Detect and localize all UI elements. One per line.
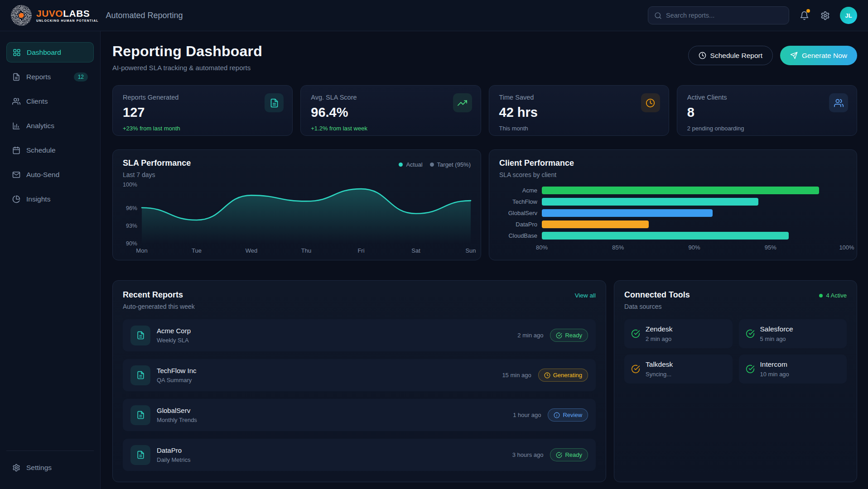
report-row-globalserv[interactable]: GlobalServMonthly Trends 1 hour ago Revi… <box>123 399 596 431</box>
sidebar-item-label: Insights <box>26 195 50 203</box>
file-icon <box>130 405 150 425</box>
sidebar-item-reports[interactable]: Reports 12 <box>6 67 94 87</box>
file-icon <box>12 73 20 81</box>
sidebar-item-settings[interactable]: Settings <box>6 457 94 478</box>
sidebar-item-label: Dashboard <box>27 48 61 57</box>
sidebar: Dashboard Reports 12 Clients Analytics S… <box>0 31 101 489</box>
stats-row: Reports Generated 127 +23% from last mon… <box>112 85 857 136</box>
report-time: 15 min ago <box>502 372 531 379</box>
trending-up-icon <box>453 93 472 112</box>
x-tick-label: Sat <box>411 247 420 254</box>
sidebar-item-clients[interactable]: Clients <box>6 91 94 111</box>
x-tick-label: Thu <box>301 247 311 254</box>
starburst-logo-icon <box>11 5 32 26</box>
bar-cloudbase <box>542 232 789 240</box>
x-tick-label: Tue <box>192 247 202 254</box>
reports-count-badge: 12 <box>74 72 88 82</box>
client-chart-subtitle: SLA scores by client <box>499 171 574 178</box>
brand-tagline: UNLOCKING HUMAN POTENTIAL <box>36 19 99 23</box>
page-subtitle: AI-powered SLA tracking & automated repo… <box>112 64 262 72</box>
users-icon <box>829 93 848 112</box>
check-circle-icon <box>746 364 755 374</box>
check-circle-icon <box>746 329 755 338</box>
clock-icon <box>641 93 660 112</box>
connected-tools-card: Connected Tools Data sources 4 Active Ze… <box>614 280 857 482</box>
send-icon <box>790 52 798 59</box>
page-title: Reporting Dashboard <box>112 43 262 60</box>
client-bars: Acme TechFlow GlobalServ DataPro CloudBa… <box>499 187 847 240</box>
status-badge-generating: Generating <box>538 369 588 382</box>
calendar-icon <box>12 146 20 154</box>
stat-card-time-saved: Time Saved 42 hrs This month <box>489 85 669 136</box>
stat-delta: +23% from last month <box>123 125 282 132</box>
sidebar-item-analytics[interactable]: Analytics <box>6 115 94 136</box>
sidebar-item-dashboard[interactable]: Dashboard <box>6 42 94 62</box>
search-input[interactable] <box>666 12 783 19</box>
clock-icon <box>699 52 706 59</box>
notifications-button[interactable] <box>798 10 810 21</box>
x-tick-label: Fri <box>357 247 364 254</box>
bar-acme <box>542 187 819 194</box>
bar-globalserv <box>542 209 713 217</box>
stat-label: Active Clients <box>687 94 847 101</box>
user-avatar[interactable]: JL <box>840 7 857 24</box>
sla-performance-card: SLA Performance Last 7 days Actual Targe… <box>112 149 481 260</box>
check-circle-icon <box>631 329 640 338</box>
connected-tools-subtitle: Data sources <box>624 303 690 310</box>
sla-chart-subtitle: Last 7 days <box>123 171 191 178</box>
recent-reports-title: Recent Reports <box>123 290 195 300</box>
mail-icon <box>12 171 20 179</box>
x-tick-label: 80% <box>536 244 548 251</box>
status-badge-review[interactable]: Review <box>548 408 588 422</box>
sla-chart-legend: Actual Target (95%) <box>399 161 471 168</box>
x-tick-label: 100% <box>839 244 854 251</box>
stat-value: 96.4% <box>311 105 470 120</box>
tool-tile-intercom: Intercom10 min ago <box>739 355 847 384</box>
pie-chart-icon <box>12 195 20 203</box>
main-content: Reporting Dashboard AI-powered SLA track… <box>101 31 868 489</box>
bar-row-techflow: TechFlow <box>499 198 847 206</box>
schedule-report-button[interactable]: Schedule Report <box>688 46 773 65</box>
connected-tools-title: Connected Tools <box>624 290 690 300</box>
stat-note: This month <box>499 125 659 132</box>
tool-tile-zendesk: Zendesk2 min ago <box>624 319 732 348</box>
file-icon <box>265 93 284 112</box>
sidebar-item-label: Clients <box>26 97 48 105</box>
x-tick-label: 90% <box>688 244 700 251</box>
search-box[interactable] <box>648 6 789 24</box>
sidebar-item-label: Settings <box>26 464 52 472</box>
file-icon <box>130 445 150 465</box>
legend-dot-target <box>430 163 434 167</box>
sidebar-item-auto-send[interactable]: Auto-Send <box>6 164 94 185</box>
stat-note: 2 pending onboarding <box>687 125 847 132</box>
status-badge-ready: Ready <box>550 329 588 342</box>
file-icon <box>130 365 150 385</box>
green-dot-icon <box>819 294 823 297</box>
view-all-link[interactable]: View all <box>575 292 596 299</box>
stat-card-reports-generated: Reports Generated 127 +23% from last mon… <box>112 85 293 136</box>
stat-card-avg-sla-score: Avg. SLA Score 96.4% +1.2% from last wee… <box>300 85 481 136</box>
y-tick-label: 93% <box>126 223 137 229</box>
generate-now-button[interactable]: Generate Now <box>780 46 857 65</box>
report-row-acme-corp[interactable]: Acme CorpWeekly SLA 2 min ago Ready <box>123 319 596 351</box>
brand-name-primary: Juvo <box>36 9 63 18</box>
sla-x-axis: MonTueWedThuFriSatSun <box>142 247 471 257</box>
status-badge-ready: Ready <box>550 448 588 461</box>
report-time: 3 hours ago <box>512 451 544 458</box>
stat-label: Time Saved <box>499 94 659 101</box>
report-row-datapro[interactable]: DataProDaily Metrics 3 hours ago Ready <box>123 439 596 471</box>
stat-value: 42 hrs <box>499 105 659 120</box>
gear-icon <box>12 464 20 472</box>
report-row-techflow-inc[interactable]: TechFlow IncQA Summary 15 min ago Genera… <box>123 359 596 391</box>
x-tick-label: 85% <box>612 244 624 251</box>
stat-value: 127 <box>123 105 282 120</box>
sidebar-item-label: Analytics <box>26 122 54 130</box>
bar-row-globalserv: GlobalServ <box>499 209 847 217</box>
sidebar-item-schedule[interactable]: Schedule <box>6 140 94 160</box>
settings-button[interactable] <box>819 10 831 21</box>
bar-chart-icon <box>12 122 20 130</box>
report-time: 1 hour ago <box>513 412 541 418</box>
sla-chart-title: SLA Performance <box>123 158 191 168</box>
x-tick-label: Wed <box>246 247 258 254</box>
sidebar-item-insights[interactable]: Insights <box>6 189 94 209</box>
